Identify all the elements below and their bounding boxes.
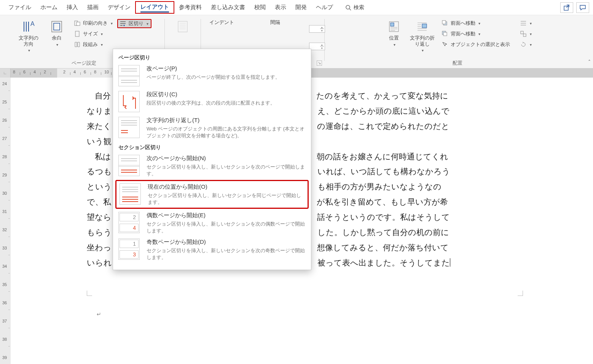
tab-developer[interactable]: 開発 xyxy=(291,1,311,14)
position-icon xyxy=(387,20,401,33)
continuous-break-title: 現在の位置から開始(O) xyxy=(148,183,304,191)
textwrap-break-title: 文字列の折り返し(T) xyxy=(147,117,306,124)
doc-text: の運命は、これで定められたのだと xyxy=(317,122,450,130)
doc-text: るつも xyxy=(87,167,112,176)
bring-forward-button[interactable]: 前面へ移動▾ xyxy=(440,19,512,27)
tab-design[interactable]: デザイン xyxy=(103,1,135,14)
break-item-even[interactable]: 2 4 偶数ページから開始(E)セクション区切りを挿入し、新しいセクションを次の… xyxy=(113,210,311,236)
breaks-button[interactable]: 区切り▾ xyxy=(117,19,151,28)
break-item-odd[interactable]: 1 3 奇数ページから開始(D)セクション区切りを挿入し、新しいセクションを次の… xyxy=(113,236,311,263)
indent-spin[interactable]: ▴▾ xyxy=(309,25,325,33)
position-button[interactable]: 位置▾ xyxy=(381,17,406,47)
orientation-button[interactable]: 印刷の向き▾ xyxy=(72,19,114,27)
page-corner-mark xyxy=(518,291,523,296)
tab-home[interactable]: ホーム xyxy=(36,1,62,14)
share-button[interactable] xyxy=(560,2,573,13)
rotate-button[interactable]: ▾ xyxy=(518,40,533,49)
svg-rect-12 xyxy=(422,24,427,28)
chevron-down-icon: ▾ xyxy=(530,43,532,47)
wrap-text-button[interactable]: 文字列の折 り返し▾ xyxy=(410,17,435,53)
tab-mailmerge[interactable]: 差し込み文書 xyxy=(206,1,250,14)
chevron-down-icon: ▾ xyxy=(394,43,395,47)
chevron-down-icon: ▾ xyxy=(422,48,424,53)
spin-down-icon[interactable]: ▾ xyxy=(320,29,324,32)
manuscript-button[interactable] xyxy=(170,17,195,33)
even-break-icon: 2 4 xyxy=(118,212,140,233)
active-tab-underline xyxy=(140,11,169,13)
spacing-spin[interactable]: ▴▾ xyxy=(309,43,325,50)
tab-layout[interactable]: レイアウト xyxy=(135,1,174,14)
doc-text: 坐わっ xyxy=(87,243,112,252)
tab-file[interactable]: ファイル xyxy=(4,1,36,14)
svg-rect-8 xyxy=(75,31,79,37)
break-item-page[interactable]: 改ページ(P)ページが終了し、次のページが開始する位置を指定します。 xyxy=(113,63,311,89)
page-break-icon xyxy=(118,65,140,86)
tab-review[interactable]: 校閲 xyxy=(250,1,270,14)
text-direction-button[interactable]: A 文字列の 方向 ▾ xyxy=(16,17,41,53)
align-button[interactable]: ▾ xyxy=(518,19,533,27)
tab-view[interactable]: 表示 xyxy=(270,1,291,14)
doc-text: 私は xyxy=(87,152,111,161)
manuscript-icon xyxy=(176,20,190,33)
chevron-down-icon: ▾ xyxy=(478,32,480,36)
vertical-ruler[interactable]: 24252627282930313233343536373839 xyxy=(0,78,11,364)
spin-down-icon[interactable]: ▾ xyxy=(320,46,324,50)
tab-help[interactable]: ヘルプ xyxy=(311,1,338,14)
selection-pane-button[interactable]: オブジェクトの選択と表示 xyxy=(440,40,512,49)
break-item-textwrap[interactable]: 文字列の折り返し(T)Web ページのオブジェクトの周囲にある文字列を分離します… xyxy=(113,114,311,141)
break-item-nextpage[interactable]: 次のページから開始(N)セクション区切りを挿入し、新しいセクションを次のページで… xyxy=(113,153,311,179)
column-break-icon xyxy=(118,91,140,112)
send-backward-label: 背面へ移動 xyxy=(451,30,475,37)
doc-text: で、私 xyxy=(87,197,111,206)
tab-draw[interactable]: 描画 xyxy=(83,1,103,14)
odd-break-title: 奇数ページから開始(D) xyxy=(147,238,306,246)
chevron-down-icon: ▾ xyxy=(101,32,103,36)
svg-text:A: A xyxy=(30,21,35,27)
tab-reference[interactable]: 参考資料 xyxy=(174,1,206,14)
paragraph-launcher[interactable]: ↘ xyxy=(317,60,322,66)
svg-rect-9 xyxy=(178,21,187,32)
doc-text: いう観 xyxy=(87,137,112,146)
doc-text: 想像してみると、何だか落ち付いて xyxy=(317,243,449,252)
search-box[interactable]: 検索 xyxy=(345,4,364,11)
text-direction-icon: A xyxy=(22,20,35,33)
textwrap-break-desc: Web ページのオブジェクトの周囲にある文字列を分離します (本文とオブジェクト… xyxy=(147,126,306,139)
columns-icon xyxy=(74,41,81,48)
titlebar-right xyxy=(560,2,589,13)
break-item-continuous[interactable]: 現在の位置から開始(O)セクション区切りを挿入し、新しいセクションを同じページで… xyxy=(115,180,309,209)
selection-pane-icon xyxy=(442,41,448,48)
columns-label: 段組み xyxy=(83,41,98,48)
tab-insert[interactable]: 挿入 xyxy=(62,1,83,14)
doc-text: が私を引き留めて、もし早い方が希 xyxy=(317,197,448,206)
doc-text: もらう xyxy=(87,228,112,237)
textwrap-break-icon xyxy=(118,117,140,138)
chevron-down-icon: ▾ xyxy=(530,21,532,25)
collapse-ribbon-button[interactable]: ˄ xyxy=(588,59,591,65)
doc-text: という xyxy=(87,182,112,191)
columns-button[interactable]: 段組み▾ xyxy=(72,40,114,49)
svg-rect-11 xyxy=(391,23,394,26)
svg-rect-2 xyxy=(564,6,568,10)
break-item-column[interactable]: 段区切り(C)段区切りの後の文字列は、次の段の先頭に配置されます。 xyxy=(113,89,311,114)
doc-text: 朝の話をお嬢さんに何時通じてくれ xyxy=(317,152,448,161)
search-icon xyxy=(345,5,351,11)
breaks-dropdown: ページ区切り 改ページ(P)ページが終了し、次のページが開始する位置を指定します… xyxy=(113,49,311,270)
doc-text: いれば、いつ話しても構わなかろう xyxy=(317,167,450,176)
spin-up-icon[interactable]: ▴ xyxy=(320,25,324,29)
comments-button[interactable] xyxy=(576,2,589,13)
chevron-down-icon: ▾ xyxy=(478,21,480,25)
svg-rect-18 xyxy=(523,34,526,37)
svg-rect-4 xyxy=(52,21,62,32)
margins-button[interactable]: 余白 ▾ xyxy=(44,17,69,47)
tab-layout-label: レイアウト xyxy=(140,3,169,10)
group-icon xyxy=(520,30,527,37)
group-button[interactable]: ▾ xyxy=(518,30,533,38)
send-backward-button[interactable]: 背面へ移動▾ xyxy=(440,30,512,38)
size-button[interactable]: サイズ▾ xyxy=(72,30,114,38)
doc-text: なりま xyxy=(87,106,112,115)
bring-forward-label: 前面へ移動 xyxy=(451,20,475,27)
spin-up-icon[interactable]: ▴ xyxy=(320,43,324,46)
breaks-label: 区切り xyxy=(129,20,143,27)
size-icon xyxy=(74,30,81,37)
bring-forward-icon xyxy=(442,20,448,27)
